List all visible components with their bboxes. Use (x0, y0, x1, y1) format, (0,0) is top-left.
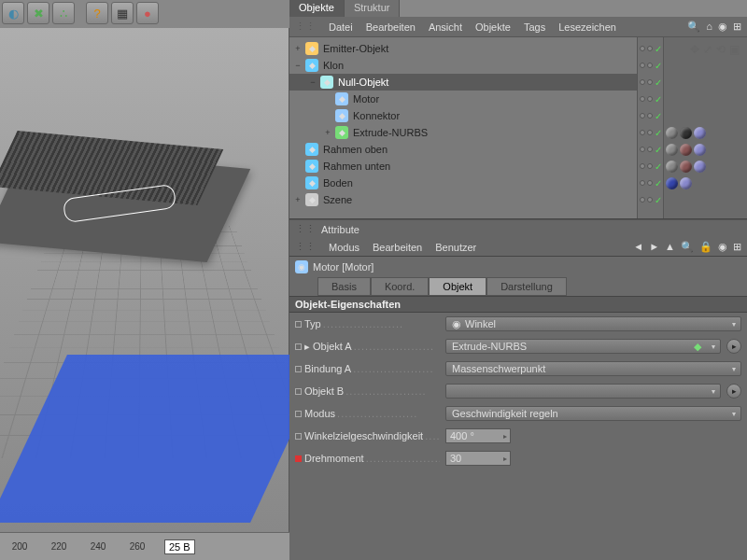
tree-row[interactable]: +◆Szene (289, 191, 637, 208)
tree-expand-icon[interactable]: + (293, 44, 303, 53)
subtab-koord[interactable]: Koord. (371, 277, 429, 296)
viewport-3d[interactable] (0, 0, 289, 532)
tag-row[interactable] (666, 175, 745, 191)
menu-benutzer[interactable]: Benutzer (435, 242, 476, 253)
home-icon[interactable]: ⌂ (706, 21, 712, 33)
prop-input-drehmoment[interactable]: 30 (445, 451, 511, 466)
tab-objekte[interactable]: Objekte (289, 0, 345, 17)
menu-objekte[interactable]: Objekte (475, 21, 511, 33)
visibility-toggle[interactable]: ✓ (638, 107, 663, 124)
plus-icon[interactable]: ⊞ (733, 241, 741, 253)
visibility-toggle[interactable]: ✓ (638, 141, 663, 158)
grip-icon[interactable]: ⋮⋮ (295, 223, 316, 235)
frame-counter[interactable]: 25 B (164, 539, 195, 554)
search-icon[interactable]: 🔍 (681, 241, 694, 253)
visibility-toggle[interactable]: ✓ (638, 124, 663, 141)
tag-row[interactable] (666, 141, 745, 158)
tree-row[interactable]: −◆Klon (289, 57, 637, 74)
tool-button-help[interactable]: ? (86, 2, 108, 24)
menu-lesezeichen[interactable]: Lesezeichen (558, 21, 616, 33)
nav-back-icon[interactable]: ◄ (633, 241, 643, 253)
prop-dropdown-modus[interactable]: Geschwindigkeit regeln (445, 406, 741, 421)
grip-icon[interactable]: ⋮⋮ (295, 241, 316, 253)
prop-label-winkelziel: Winkelzielgeschwindigkeit (295, 430, 440, 441)
ruler-tick: 220 (39, 541, 78, 552)
tree-row[interactable]: ◆Motor (289, 91, 637, 107)
lock-icon[interactable]: 🔒 (699, 241, 712, 253)
tree-row[interactable]: +◆Emitter-Objekt (289, 40, 637, 57)
tree-item-icon: ◆ (305, 59, 318, 72)
search-icon[interactable]: 🔍 (687, 21, 700, 33)
tool-button-globe[interactable]: ● (136, 2, 159, 24)
ruler-tick: 200 (0, 541, 39, 552)
tree-expand-icon[interactable]: − (293, 61, 303, 70)
tree-item-label: Rahmen unten (323, 161, 390, 172)
tree-expand-icon[interactable]: + (323, 128, 332, 137)
tree-row[interactable]: ◆Rahmen oben (289, 141, 637, 158)
subtab-basis[interactable]: Basis (317, 277, 371, 296)
tree-expand-icon[interactable]: − (308, 77, 317, 87)
tree-item-label: Emitter-Objekt (323, 43, 388, 54)
tool-button-2[interactable]: ✖ (27, 2, 49, 24)
prop-picker-button[interactable]: ▸ (726, 384, 741, 399)
nav-fwd-icon[interactable]: ► (649, 241, 659, 253)
prop-label-modus: Modus (295, 408, 440, 419)
tree-row[interactable]: ◆Konnektor (289, 107, 637, 124)
tree-row[interactable]: ◆Rahmen unten (289, 158, 637, 175)
nav-move-icon[interactable]: ✥ (690, 43, 699, 56)
subtab-darstellung[interactable]: Darstellung (486, 277, 567, 296)
tool-button-grid[interactable]: ▦ (111, 2, 134, 24)
tool-button-1[interactable]: ◐ (2, 2, 24, 24)
motor-icon: ◉ (295, 260, 308, 273)
prop-picker-button[interactable]: ▸ (726, 339, 741, 354)
menu-datei[interactable]: Datei (329, 21, 353, 33)
grip-icon[interactable]: ⋮⋮ (295, 21, 316, 33)
menu-modus[interactable]: Modus (329, 242, 359, 253)
tree-item-icon: ◆ (335, 126, 348, 139)
prop-label-drehmoment: Drehmoment (295, 453, 440, 464)
visibility-toggle[interactable]: ✓ (638, 40, 663, 57)
timeline-ruler[interactable]: 200 220 240 260 25 B (0, 532, 289, 560)
tag-row[interactable] (666, 158, 745, 175)
plus-icon[interactable]: ⊞ (733, 21, 741, 33)
menu-bearbeiten[interactable]: Bearbeiten (373, 242, 422, 253)
nav-frame-icon[interactable]: ▣ (729, 43, 740, 56)
tree-expand-icon[interactable]: + (293, 195, 303, 204)
right-panel: Objekte Struktur ⋮⋮ Datei Bearbeiten Ans… (289, 0, 747, 560)
section-header: Objekt-Eigenschaften (289, 296, 747, 313)
nav-zoom-icon[interactable]: ⤢ (703, 43, 712, 56)
prop-field-objekt-a[interactable]: Extrude-NURBS◆ (445, 339, 721, 354)
tag-row[interactable] (666, 124, 745, 141)
menu-ansicht[interactable]: Ansicht (429, 21, 462, 33)
visibility-column: ✓✓✓✓✓✓✓✓✓✓ (637, 37, 663, 218)
new-icon[interactable]: ◉ (718, 241, 727, 253)
tree-row[interactable]: ◆Boden (289, 175, 637, 191)
visibility-toggle[interactable]: ✓ (638, 74, 663, 91)
subtab-objekt[interactable]: Objekt (429, 277, 486, 296)
prop-label-objekt-a: ▸ Objekt A (295, 341, 440, 353)
visibility-toggle[interactable]: ✓ (638, 175, 663, 191)
tree-item-label: Konnektor (353, 110, 400, 121)
tree-item-label: Szene (323, 194, 352, 205)
tree-row[interactable]: −◆Null-Objekt (289, 74, 637, 91)
tree-item-icon: ◆ (305, 193, 318, 206)
tags-column (663, 37, 747, 218)
prop-input-winkelziel[interactable]: 400 ° (445, 428, 511, 443)
visibility-toggle[interactable]: ✓ (638, 191, 663, 208)
eye-icon[interactable]: ◉ (718, 21, 727, 33)
menu-bearbeiten[interactable]: Bearbeiten (366, 21, 416, 33)
tool-button-3[interactable]: ∴ (52, 2, 75, 24)
menu-tags[interactable]: Tags (524, 21, 545, 33)
prop-field-objekt-b[interactable] (445, 384, 721, 399)
tab-struktur[interactable]: Struktur (345, 0, 401, 17)
ruler-tick: 240 (78, 541, 118, 552)
visibility-toggle[interactable]: ✓ (638, 91, 663, 107)
prop-dropdown-bindung-a[interactable]: Massenschwerpunkt (445, 361, 741, 376)
visibility-toggle[interactable]: ✓ (638, 57, 663, 74)
visibility-toggle[interactable]: ✓ (638, 158, 663, 175)
tree-row[interactable]: +◆Extrude-NURBS (289, 124, 637, 141)
nav-rotate-icon[interactable]: ⟲ (716, 43, 726, 56)
nav-up-icon[interactable]: ▲ (665, 241, 675, 253)
attribute-menubar: ⋮⋮ Modus Bearbeiten Benutzer ◄ ► ▲ 🔍 🔒 ◉… (289, 238, 747, 257)
prop-dropdown-typ[interactable]: ◉Winkel (445, 316, 741, 331)
